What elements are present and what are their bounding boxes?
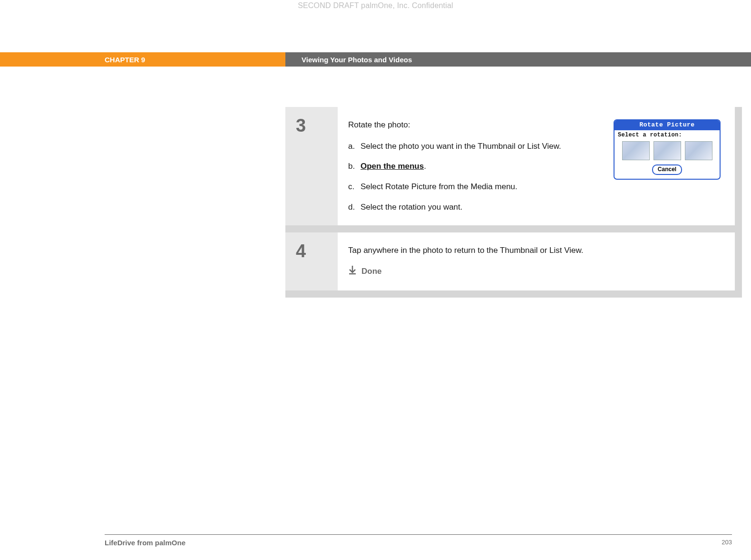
- page-footer: LifeDrive from palmOne 203: [105, 534, 732, 547]
- step-row: 3 Rotate the photo: a. Select the photo …: [285, 107, 735, 225]
- rotation-option-thumbnail[interactable]: [653, 141, 681, 160]
- substep: a. Select the photo you want in the Thum…: [348, 141, 595, 153]
- rotate-picture-dialog: Rotate Picture Select a rotation: Cancel: [614, 119, 721, 180]
- rotation-option-thumbnail[interactable]: [685, 141, 712, 160]
- cancel-button[interactable]: Cancel: [652, 164, 682, 174]
- substep: c. Select Rotate Picture from the Media …: [348, 181, 595, 193]
- open-menus-link[interactable]: Open the menus: [361, 162, 424, 171]
- step-intro: Rotate the photo:: [348, 119, 595, 131]
- rotation-option-thumbnail[interactable]: [622, 141, 650, 160]
- watermark-text: SECOND DRAFT palmOne, Inc. Confidential: [0, 1, 751, 10]
- substep-text: Open the menus.: [361, 161, 595, 173]
- substep: b. Open the menus.: [348, 161, 595, 173]
- substep-text: Select the rotation you want.: [361, 202, 595, 213]
- footer-product: LifeDrive from palmOne: [105, 539, 185, 547]
- substep-letter: a.: [348, 141, 361, 153]
- step-body: Tap anywhere in the photo to return to t…: [338, 232, 735, 290]
- step-number: 3: [285, 107, 338, 225]
- substep-text: Select the photo you want in the Thumbna…: [361, 141, 595, 153]
- dialog-title: Rotate Picture: [614, 120, 720, 130]
- done-indicator: Done: [348, 265, 721, 279]
- dialog-label: Select a rotation:: [614, 130, 720, 141]
- chapter-title: Viewing Your Photos and Videos: [285, 52, 751, 67]
- substep-letter: c.: [348, 181, 361, 193]
- substep: d. Select the rotation you want.: [348, 202, 595, 213]
- footer-page-number: 203: [722, 539, 732, 547]
- step-number: 4: [285, 232, 338, 290]
- down-arrow-icon: [348, 265, 357, 279]
- step-body: Rotate the photo: a. Select the photo yo…: [338, 107, 735, 225]
- step-intro: Tap anywhere in the photo to return to t…: [348, 245, 721, 257]
- substep-text: Select Rotate Picture from the Media men…: [361, 181, 595, 193]
- chapter-header-bar: CHAPTER 9 Viewing Your Photos and Videos: [0, 52, 751, 67]
- substep-letter: b.: [348, 161, 361, 173]
- steps-container: 3 Rotate the photo: a. Select the photo …: [285, 107, 742, 298]
- step-row: 4 Tap anywhere in the photo to return to…: [285, 232, 735, 290]
- substep-suffix: .: [424, 162, 426, 171]
- done-label: Done: [361, 266, 382, 278]
- chapter-label: CHAPTER 9: [0, 52, 285, 67]
- step-text: Rotate the photo: a. Select the photo yo…: [348, 119, 595, 213]
- step-text: Tap anywhere in the photo to return to t…: [348, 245, 721, 278]
- substep-letter: d.: [348, 202, 361, 213]
- rotation-thumbnails: [614, 141, 720, 163]
- dialog-button-row: Cancel: [614, 163, 720, 179]
